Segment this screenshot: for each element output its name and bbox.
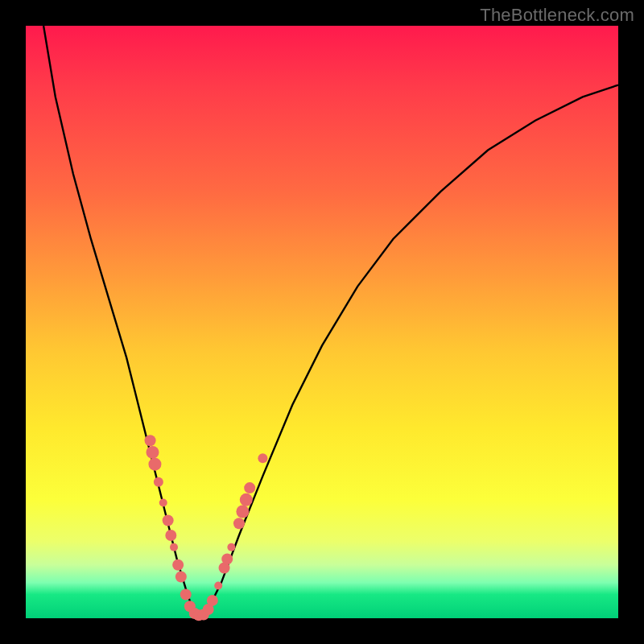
curve-marker xyxy=(163,515,174,526)
curve-marker xyxy=(170,543,178,551)
curve-marker xyxy=(233,518,245,529)
curve-marker xyxy=(159,498,167,506)
curve-marker xyxy=(147,446,159,459)
curve-marker xyxy=(207,595,218,606)
chart-svg xyxy=(26,26,618,618)
curve-marker xyxy=(175,571,187,582)
curve-marker xyxy=(258,453,267,463)
curve-marker xyxy=(172,559,184,571)
curve-marker xyxy=(244,482,255,493)
curve-marker xyxy=(214,582,222,590)
curve-marker xyxy=(236,506,249,518)
chart-frame: TheBottleneck.com xyxy=(0,0,644,644)
curve-marker xyxy=(180,589,192,601)
watermark-text: TheBottleneck.com xyxy=(480,5,634,26)
curve-marker xyxy=(148,458,161,471)
curve-marker xyxy=(145,435,156,446)
plot-area xyxy=(26,26,618,618)
curve-markers xyxy=(145,435,268,621)
curve-marker xyxy=(227,543,235,551)
curve-marker xyxy=(165,530,176,541)
bottleneck-curve xyxy=(43,26,618,615)
curve-marker xyxy=(240,493,253,506)
curve-marker xyxy=(154,477,163,487)
curve-marker xyxy=(221,553,233,564)
